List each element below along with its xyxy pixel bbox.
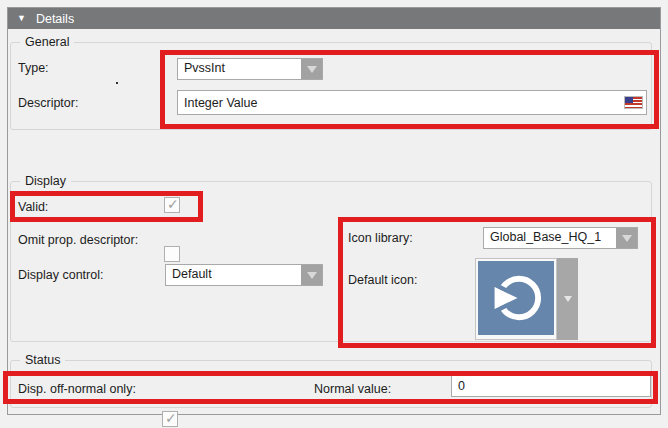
chevron-down-icon — [564, 296, 572, 302]
default-icon-label: Default icon: — [348, 272, 417, 288]
normal-value-input-value: 0 — [458, 379, 465, 393]
check-icon: ✓ — [167, 196, 179, 212]
icon-library-combobox[interactable]: Global_Base_HQ_1 — [483, 227, 638, 249]
normal-value-label: Normal value: — [314, 381, 391, 397]
us-flag-icon[interactable] — [625, 97, 642, 108]
panel-title: Details — [36, 12, 74, 26]
normal-value-input[interactable]: 0 — [451, 375, 651, 397]
chevron-down-icon — [307, 272, 317, 279]
collapse-triangle-icon: ▼ — [17, 14, 26, 23]
status-group-label: Status — [20, 353, 65, 368]
default-icon-picker[interactable] — [475, 258, 578, 340]
chevron-down-icon — [307, 66, 317, 73]
display-control-label: Display control: — [18, 267, 103, 283]
type-combobox[interactable]: PvssInt — [177, 58, 323, 80]
display-control-dropdown-button[interactable] — [301, 265, 322, 285]
circular-arrow-icon — [478, 261, 554, 335]
check-icon: ✓ — [165, 410, 177, 426]
general-groupbox: General — [10, 42, 652, 130]
display-control-combobox[interactable]: Default — [165, 264, 323, 286]
descriptor-input[interactable]: Integer Value — [177, 90, 647, 115]
type-dropdown-button[interactable] — [301, 59, 322, 79]
type-combobox-value: PvssInt — [178, 59, 301, 79]
descriptor-input-value: Integer Value — [184, 96, 625, 110]
icon-library-label: Icon library: — [348, 230, 413, 246]
details-header[interactable]: ▼ Details — [8, 8, 660, 29]
general-group-label: General — [20, 35, 74, 50]
omit-prop-descriptor-checkbox[interactable] — [164, 246, 180, 262]
descriptor-label: Descriptor: — [18, 95, 78, 111]
display-control-combobox-value: Default — [166, 265, 301, 285]
default-icon-dropdown-button[interactable] — [557, 258, 578, 340]
valid-label: Valid: — [18, 199, 48, 215]
icon-library-combobox-value: Global_Base_HQ_1 — [484, 228, 616, 248]
icon-library-dropdown-button[interactable] — [616, 228, 637, 248]
disp-off-normal-only-label: Disp. off-normal only: — [18, 381, 136, 397]
valid-checkbox[interactable]: ✓ — [164, 197, 180, 213]
chevron-down-icon — [622, 235, 632, 242]
disp-off-normal-only-checkbox[interactable]: ✓ — [162, 411, 178, 427]
stray-dot — [116, 82, 118, 84]
type-label: Type: — [18, 60, 49, 76]
default-icon-button[interactable] — [475, 258, 557, 340]
omit-prop-descriptor-label: Omit prop. descriptor: — [18, 232, 138, 248]
display-group-label: Display — [20, 174, 71, 189]
